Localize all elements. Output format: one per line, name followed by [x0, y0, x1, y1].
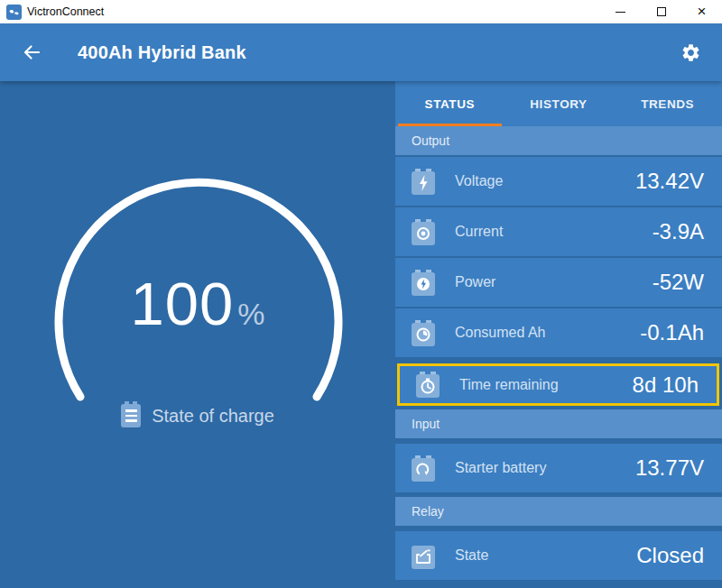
minimize-button[interactable]: [600, 0, 641, 23]
row-label: State: [455, 547, 488, 564]
row-value: Closed: [636, 543, 704, 568]
os-titlebar: VictronConnect ×: [0, 0, 722, 23]
device-title: 400Ah Hybrid Bank: [78, 42, 246, 63]
battery-power-icon: [412, 270, 435, 296]
window-controls: ×: [600, 0, 722, 23]
row-label: Time remaining: [459, 377, 559, 393]
battery-current-icon: [412, 219, 435, 245]
tab-bar: STATUS HISTORY TRENDS: [395, 81, 722, 126]
gear-icon: [680, 42, 701, 63]
maximize-icon: [657, 7, 666, 16]
row-time-remaining: Time remaining 8d 10h: [400, 366, 717, 403]
time-remaining-icon: [416, 372, 440, 398]
row-value: -3.9A: [653, 219, 704, 244]
section-input: Input: [395, 409, 722, 438]
back-arrow-icon: [21, 41, 42, 63]
window-title: VictronConnect: [27, 5, 104, 18]
row-relay-state: State Closed: [395, 531, 722, 580]
main-area: 100% State of charge STATUS HISTORY TREN…: [0, 81, 722, 588]
soc-unit: %: [237, 297, 264, 331]
tab-trends[interactable]: TRENDS: [613, 81, 722, 126]
victronconnect-window: VictronConnect × 400Ah Hybrid Bank: [0, 0, 722, 588]
tab-status[interactable]: STATUS: [395, 81, 504, 126]
minimize-icon: [616, 12, 625, 13]
soc-caption-text: State of charge: [152, 406, 274, 427]
battery-consumed-icon: [412, 320, 435, 346]
row-starter-battery: Starter battery 13.77V: [395, 444, 722, 492]
victron-logo-icon: [6, 5, 22, 20]
row-value: -0.1Ah: [640, 320, 704, 345]
section-relay: Relay: [395, 497, 722, 526]
soc-percentage: 100: [130, 270, 234, 337]
row-power: Power -52W: [395, 258, 722, 307]
row-value: -52W: [653, 270, 704, 295]
app-header: 400Ah Hybrid Bank: [0, 23, 722, 81]
row-label: Consumed Ah: [455, 325, 546, 341]
back-button[interactable]: [18, 39, 45, 66]
close-button[interactable]: ×: [681, 0, 722, 23]
battery-voltage-icon: [412, 169, 435, 195]
starter-battery-icon: [412, 455, 435, 482]
relay-state-icon: [412, 543, 435, 569]
row-consumed-ah: Consumed Ah -0.1Ah: [395, 308, 722, 357]
time-remaining-highlight: Time remaining 8d 10h: [397, 363, 719, 406]
section-output: Output: [395, 126, 722, 155]
tab-history[interactable]: HISTORY: [504, 81, 614, 126]
row-voltage: Voltage 13.42V: [395, 157, 722, 206]
row-label: Power: [455, 274, 495, 290]
close-icon: ×: [698, 4, 707, 19]
row-label: Starter battery: [455, 460, 546, 476]
battery-icon: [121, 404, 141, 427]
row-value: 8d 10h: [633, 372, 699, 398]
soc-value: 100%: [0, 269, 395, 338]
soc-gauge-panel: 100% State of charge: [0, 81, 395, 588]
row-value: 13.77V: [635, 455, 704, 481]
soc-caption: State of charge: [0, 404, 395, 427]
row-value: 13.42V: [635, 169, 704, 194]
row-current: Current -3.9A: [395, 207, 722, 256]
status-panel: STATUS HISTORY TRENDS Output Voltage 13.…: [395, 81, 722, 588]
row-label: Voltage: [455, 173, 503, 189]
maximize-button[interactable]: [641, 0, 681, 23]
settings-button[interactable]: [677, 39, 704, 66]
row-label: Current: [455, 224, 503, 240]
